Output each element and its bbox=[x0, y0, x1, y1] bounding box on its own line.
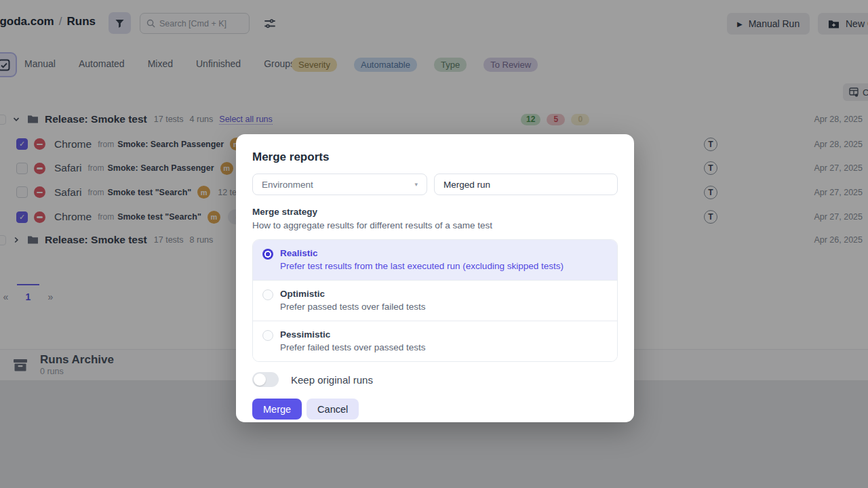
option-description: Prefer test results from the last execut… bbox=[280, 261, 564, 271]
option-label: Optimistic bbox=[280, 289, 426, 299]
option-description: Prefer passed tests over failed tests bbox=[280, 302, 426, 312]
option-pessimistic[interactable]: Pessimistic Prefer failed tests over pas… bbox=[253, 321, 617, 361]
modal-title: Merge reports bbox=[252, 150, 618, 164]
merge-strategy-help: How to aggregate results for different r… bbox=[252, 220, 618, 230]
modal-controls: Environment ▾ bbox=[252, 174, 618, 195]
keep-original-toggle[interactable] bbox=[252, 372, 279, 387]
keep-original-row: Keep original runs bbox=[252, 372, 618, 387]
option-label: Realistic bbox=[280, 248, 564, 258]
radio-icon[interactable] bbox=[262, 289, 273, 300]
merge-button[interactable]: Merge bbox=[252, 399, 302, 420]
keep-original-label: Keep original runs bbox=[291, 374, 373, 386]
option-realistic[interactable]: Realistic Prefer test results from the l… bbox=[253, 240, 617, 280]
environment-select-value: Environment bbox=[262, 180, 313, 190]
merge-reports-modal: Merge reports Environment ▾ Merge strate… bbox=[236, 134, 634, 422]
modal-actions: Merge Cancel bbox=[252, 399, 618, 420]
merge-strategy-label: Merge strategy bbox=[252, 207, 618, 217]
toggle-knob bbox=[254, 373, 266, 386]
radio-selected-icon[interactable] bbox=[262, 249, 273, 260]
cancel-button[interactable]: Cancel bbox=[307, 399, 359, 420]
environment-select[interactable]: Environment ▾ bbox=[252, 174, 427, 195]
option-description: Prefer failed tests over passed tests bbox=[280, 342, 426, 352]
radio-icon[interactable] bbox=[262, 330, 273, 341]
option-optimistic[interactable]: Optimistic Prefer passed tests over fail… bbox=[253, 280, 617, 321]
option-label: Pessimistic bbox=[280, 329, 426, 340]
chevron-down-icon: ▾ bbox=[414, 181, 418, 188]
merged-run-name-input[interactable] bbox=[434, 174, 618, 195]
merge-strategy-options: Realistic Prefer test results from the l… bbox=[252, 239, 618, 362]
